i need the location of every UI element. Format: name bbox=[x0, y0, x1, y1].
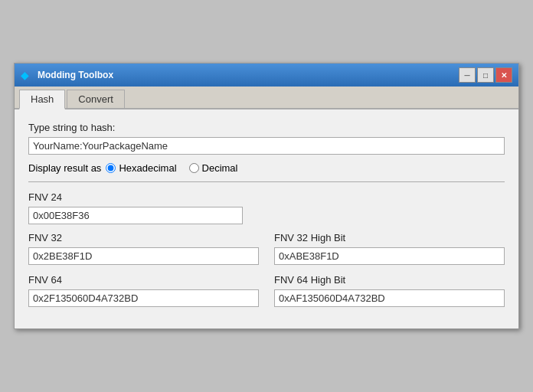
fnv64-row: FNV 64 FNV 64 High Bit bbox=[28, 274, 505, 307]
main-window: ◆ Modding Toolbox ─ □ ✕ Hash Convert Typ… bbox=[14, 63, 519, 329]
window-title: Modding Toolbox bbox=[38, 70, 113, 80]
radio-label: Display result as bbox=[28, 162, 101, 174]
fnv32-row: FNV 32 FNV 32 High Bit bbox=[28, 232, 505, 265]
tab-hash[interactable]: Hash bbox=[19, 90, 65, 109]
hex-radio[interactable] bbox=[106, 163, 116, 173]
fnv64-high-col: FNV 64 High Bit bbox=[274, 274, 505, 307]
title-buttons: ─ □ ✕ bbox=[459, 67, 512, 83]
input-label: Type string to hash: bbox=[28, 122, 505, 133]
fnv24-label: FNV 24 bbox=[28, 191, 505, 203]
decimal-option[interactable]: Decimal bbox=[189, 162, 238, 174]
fnv64-high-label: FNV 64 High Bit bbox=[274, 274, 505, 286]
fnv32-high-value[interactable] bbox=[274, 247, 505, 265]
fnv24-value[interactable] bbox=[28, 207, 243, 224]
tab-content: Type string to hash: Display result as H… bbox=[15, 109, 518, 328]
hexadecimal-option[interactable]: Hexadecimal bbox=[106, 162, 176, 174]
fnv32-label: FNV 32 bbox=[28, 232, 259, 243]
decimal-label: Decimal bbox=[202, 162, 238, 174]
title-bar: ◆ Modding Toolbox ─ □ ✕ bbox=[15, 64, 518, 87]
minimize-button[interactable]: ─ bbox=[459, 67, 476, 83]
fnv32-high-label: FNV 32 High Bit bbox=[274, 232, 505, 243]
tab-bar: Hash Convert bbox=[15, 87, 518, 109]
title-bar-left: ◆ Modding Toolbox bbox=[21, 69, 113, 81]
app-icon: ◆ bbox=[21, 69, 33, 81]
tab-convert[interactable]: Convert bbox=[67, 90, 125, 108]
close-button[interactable]: ✕ bbox=[495, 67, 512, 83]
display-format-row: Display result as Hexadecimal Decimal bbox=[28, 162, 505, 174]
fnv32-col: FNV 32 bbox=[28, 232, 259, 265]
fnv32-high-col: FNV 32 High Bit bbox=[274, 232, 505, 265]
fnv64-col: FNV 64 bbox=[28, 274, 259, 307]
fnv32-value[interactable] bbox=[28, 247, 259, 265]
fnv64-value[interactable] bbox=[28, 289, 259, 307]
divider bbox=[28, 181, 505, 182]
hash-string-input[interactable] bbox=[28, 137, 505, 155]
hex-label: Hexadecimal bbox=[119, 162, 176, 174]
fnv64-high-value[interactable] bbox=[274, 289, 505, 307]
fnv64-label: FNV 64 bbox=[28, 274, 259, 286]
maximize-button[interactable]: □ bbox=[477, 67, 494, 83]
decimal-radio[interactable] bbox=[189, 163, 199, 173]
